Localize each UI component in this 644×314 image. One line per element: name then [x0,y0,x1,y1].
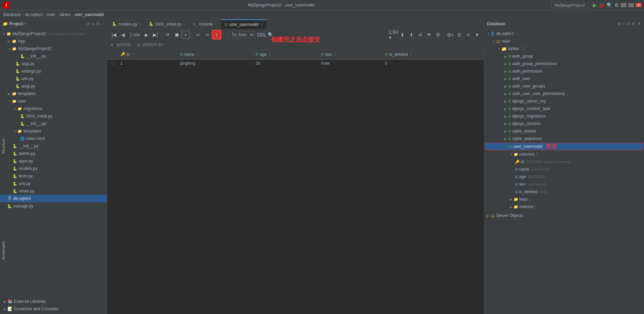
tab-0001-close[interactable]: ✕ [183,22,186,26]
db-auth-user[interactable]: ▶ ⊞ auth_user [484,75,644,82]
project-dropdown[interactable]: MyDjangoProject2 [551,2,588,8]
col-is-deleted[interactable]: ⊞ is_deleted ⇕ [382,50,484,59]
tree-item-db-sqlite[interactable]: 🗄 db.sqlite3 [0,195,107,202]
table-row[interactable]: 1 1 qingfeng 20 male 0 [107,59,484,67]
sidebar-icon-2[interactable]: ≡ [92,21,94,27]
tree-item-templates-user[interactable]: ▾ 📁 templates [0,127,107,135]
col-name[interactable]: ⊞ name ⇕ [177,50,253,59]
breadcrumb-item-tables[interactable]: tables [60,12,70,17]
sidebar-icon-collapse[interactable]: − [101,21,104,27]
sidebar-icon-1[interactable]: ⟳ [86,21,90,27]
debug-icon[interactable]: 🐞 [599,2,604,8]
tab-0001-initial[interactable]: 🐍 0001_initial.py ✕ [145,19,190,29]
db-col-id[interactable]: 🔑 id INTEGER (auto increment) [484,158,644,166]
close-button[interactable]: ✕ [636,3,641,7]
tree-item-user[interactable]: ▾ 📁 user [0,97,107,105]
tree-item-asgi[interactable]: 🐍 asgi.py [0,60,107,67]
tree-item-index-html[interactable]: 🌐 index.html [0,135,107,142]
ddl-btn[interactable]: DDL [257,31,266,39]
tab-console[interactable]: >_ console ✕ [189,19,221,29]
filter-btn[interactable]: ▼ [473,31,481,39]
tree-item-apps[interactable]: 🐍 apps.py [0,157,107,165]
db-col-age[interactable]: ⊞ age INTEGER [484,173,644,180]
db-user-usermodel[interactable]: ▾ ⊞ user_usermodel 双击 [485,143,643,150]
prev-page-btn[interactable]: ◀ [119,31,127,39]
tx-select[interactable]: Tx: Auto [228,31,255,38]
db-auth-permission[interactable]: ▶ ⊞ auth_permission [484,67,644,75]
db-server-objects[interactable]: ▶ 🗂 Server Objects [484,212,644,219]
del-col-btn[interactable]: ⊟ [455,31,464,39]
restore-button[interactable]: ❐ [628,3,634,7]
tab-models-py-close[interactable]: ✕ [139,22,142,26]
tree-item-tests[interactable]: 🐍 tests.py [0,172,107,180]
view-btn[interactable]: 👁 [425,31,433,39]
add-row-btn[interactable]: + [182,31,190,39]
db-auth-group[interactable]: ▶ ⊞ auth_group [484,52,644,60]
col-sex[interactable]: ⊞ sex ⇕ [318,50,382,59]
tree-item-manage[interactable]: 🐍 manage.py [0,202,107,210]
compare-btn[interactable]: ⇄ [416,31,424,39]
cell-is-deleted-1[interactable]: 0 [382,59,484,67]
db-sqlite-master[interactable]: ▶ ⊞ sqlite_master [484,127,644,135]
tree-item-init-user[interactable]: 🐍 __init__.py [0,142,107,150]
tree-item-wsgi[interactable]: 🐍 wsgi.py [0,82,107,90]
name-sort-icon[interactable]: ⇕ [196,52,199,56]
breadcrumb-item-main[interactable]: main [47,12,56,17]
tabs-overflow-btn[interactable]: ⋮ [477,22,484,27]
db-auth-group-permissions[interactable]: ▶ ⊞ auth_group_permissions [484,60,644,67]
tree-item-mydjango[interactable]: ▾ 📁 MyDjangoProject2 [0,45,107,52]
age-sort-icon[interactable]: ⇕ [268,52,271,56]
last-page-btn[interactable]: ▶| [151,31,159,39]
download-btn[interactable]: ⬇ [398,31,407,39]
tree-item-migrations[interactable]: ▾ 📁 migrations [0,105,107,112]
tree-item-init-top[interactable]: 🐍 __init__.py [0,52,107,60]
db-keys-folder[interactable]: ▶ 📁 keys 2 [484,195,644,203]
bookmarks-tab[interactable]: Bookmarks [0,238,7,262]
db-django-session[interactable]: ▶ ⊞ django_session [484,120,644,127]
db-tables-item[interactable]: ▾ 📁 tables 13 [484,45,644,52]
breadcrumb-item-database[interactable]: Database [3,12,21,17]
structure-tab[interactable]: Structure [0,136,7,156]
settings-icon[interactable]: ⚙ [614,2,619,8]
tree-item-0001[interactable]: 🐍 0001_initial.py [0,112,107,120]
db-auth-user-user-permissions[interactable]: ▶ ⊞ auth_user_user_permissions [484,90,644,97]
cell-sex-1[interactable]: male [318,59,382,67]
db-main-item[interactable]: ▾ 🗂 main [484,37,644,45]
search-everywhere-icon[interactable]: 🔍 [607,2,612,8]
db-columns-folder[interactable]: ▾ 📁 columns 5 [484,151,644,158]
cell-name-1[interactable]: qingfeng [177,59,253,67]
rp-icon-4[interactable]: ⚙ [631,21,635,26]
breadcrumb-item-db[interactable]: db.sqlite3 [25,12,42,17]
tree-item-settings[interactable]: 🐍 settings.py [0,67,107,75]
settings-data-btn[interactable]: ⚙ [434,31,442,39]
cell-id-1[interactable]: 1 [117,59,177,67]
reload-btn[interactable]: ⟳ [164,31,172,39]
db-col-name[interactable]: ⊞ name varchar(30) [484,166,644,173]
tab-models-py[interactable]: 🐍 models.py ✕ [109,19,145,29]
run-icon[interactable]: ▶ [593,2,597,8]
submit-btn[interactable]: ↑ [212,30,221,40]
is-deleted-sort-icon[interactable]: ⇕ [409,52,412,56]
db-root-item[interactable]: ▾ 🗄 db.sqlite3 1 [484,30,644,37]
tree-item-views[interactable]: 🐍 views.py [0,187,107,195]
upload-btn[interactable]: ⬆ [407,31,415,39]
tab-usermodel-close[interactable]: ✕ [260,22,263,26]
minimize-button[interactable]: — [621,3,626,7]
db-col-sex[interactable]: ⊞ sex varchar(20) [484,180,644,188]
scratches-item[interactable]: ▶ 📝 Scratches and Consoles [0,305,107,313]
tree-item-templates-top[interactable]: ▶ 📁 templates [0,90,107,97]
tab-console-close[interactable]: ✕ [215,22,217,26]
rp-icon-1[interactable]: ⊕ [617,21,621,26]
stop-btn[interactable]: ⏹ [173,31,181,39]
tree-item-urls-top[interactable]: 🐍 urls.py [0,75,107,82]
col-age[interactable]: ⊞ age ⇕ [253,50,318,59]
cell-age-1[interactable]: 20 [253,59,318,67]
tree-item-admin[interactable]: 🐍 admin.py [0,150,107,157]
sex-sort-icon[interactable]: ⇕ [333,52,336,56]
id-sort-icon[interactable]: ⇕ [131,52,134,56]
db-django-content-type[interactable]: ▶ ⊞ django_content_type [484,105,644,112]
tree-item-models[interactable]: 🐍 models.py [0,165,107,172]
export-btn[interactable]: CSV ▾ [390,31,398,39]
tab-user-usermodel[interactable]: ⊞ user_usermodel ✕ [221,19,267,29]
db-django-migrations[interactable]: ▶ ⊞ django_migrations [484,112,644,120]
